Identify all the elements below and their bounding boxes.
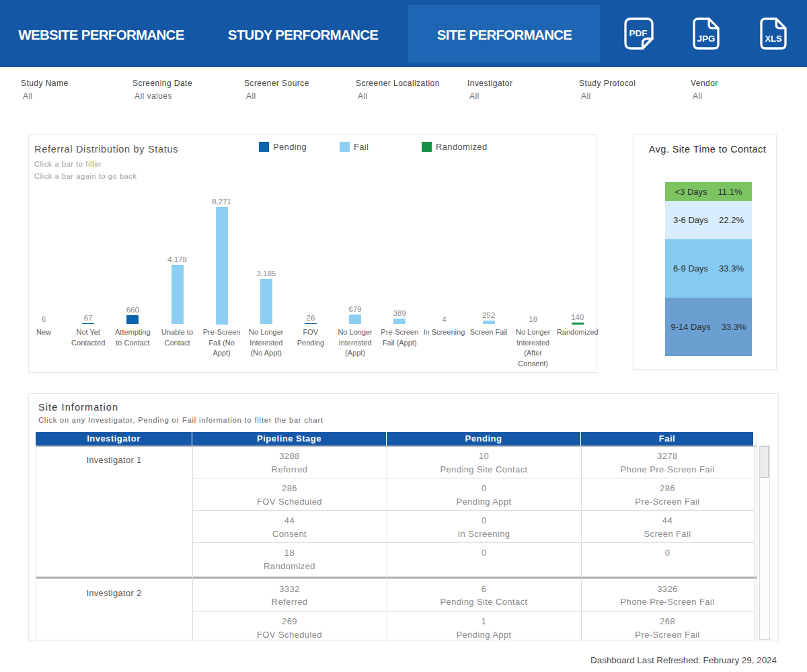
svg-text:PDF: PDF: [629, 28, 648, 38]
svg-text:XLS: XLS: [765, 34, 782, 44]
svg-text:JPG: JPG: [697, 34, 715, 44]
